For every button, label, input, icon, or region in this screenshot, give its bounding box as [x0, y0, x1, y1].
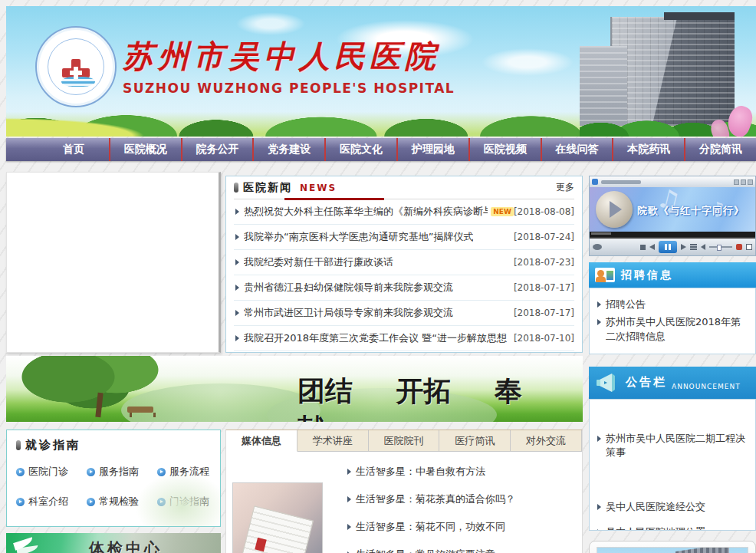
media-article-link[interactable]: 生活智多星：中暑自救有方法: [346, 458, 574, 486]
guide-link-outpatient-guide[interactable]: 门诊指南: [157, 495, 220, 509]
bench-decor: [127, 407, 153, 413]
hospital-name-en: SUZHOU WUZHONG PEOPLE'S HOSPITAL: [123, 81, 455, 96]
video-player: ♫ ♪ ♪ 院歌《与红十字同行》: [589, 176, 756, 256]
nav-item-overview[interactable]: 医院概况: [109, 138, 181, 161]
nav-item-party-building[interactable]: 党务建设: [252, 138, 324, 161]
media-article-link[interactable]: 生活智多星：菊花茶真的适合你吗？: [346, 486, 574, 513]
left-main-column: 医院新闻 NEWS 更多 热烈祝贺大外科主任陈革华主编的《新编外科疾病诊断与治 …: [6, 172, 583, 553]
hospital-intro-card[interactable]: 医院简介: [589, 541, 756, 553]
news-link[interactable]: 我院纪委对新任干部进行廉政谈话: [244, 255, 393, 269]
top-row: 医院新闻 NEWS 更多 热烈祝贺大外科主任陈革华主编的《新编外科疾病诊断与治 …: [6, 172, 583, 353]
guide-link-health-checkup[interactable]: 健康体检: [16, 525, 87, 527]
playlist-icon[interactable]: [690, 244, 697, 250]
minimize-icon[interactable]: [734, 179, 739, 185]
announcement-subtitle: ANNOUNCEMENT: [672, 383, 741, 390]
guide-link-outpatient[interactable]: 医院门诊: [16, 465, 87, 479]
news-title-en: NEWS: [300, 183, 337, 193]
checkup-center-banner[interactable]: 体检中心: [6, 533, 221, 553]
nav-item-pharmacy-news[interactable]: 本院药讯: [612, 138, 684, 161]
grass-decor: [6, 117, 236, 137]
player-app-icon: [592, 179, 598, 185]
arrow-bullet-icon: [347, 469, 351, 475]
hospital-logo-emblem: [48, 38, 104, 95]
guide-panel-header: 就诊指南: [16, 438, 220, 453]
player-screen[interactable]: ♫ ♪ ♪ 院歌《与红十字同行》: [590, 187, 755, 232]
megaphone-icon: [595, 373, 618, 393]
record-icon[interactable]: [736, 244, 742, 250]
arrow-bullet-icon: [597, 301, 601, 308]
guide-link-inpatient-guide[interactable]: 住院指南: [87, 525, 157, 527]
announcement-link[interactable]: 苏州市吴中人民医院二期工程决策事: [596, 432, 749, 461]
tab-media-info[interactable]: 媒体信息: [226, 430, 297, 452]
close-icon[interactable]: [748, 179, 753, 185]
player-mode-icon[interactable]: [593, 244, 602, 250]
guide-link-label: 医院门诊: [28, 465, 68, 479]
media-article-link[interactable]: 生活智多星：常见旅游病要注意: [346, 541, 574, 553]
news-item: 我院举办“南京医科大学医患沟通研究基地”揭牌仪式 [2018-07-24]: [234, 225, 574, 250]
volume-slider[interactable]: [709, 246, 732, 248]
fullscreen-icon[interactable]: [746, 244, 752, 250]
news-link[interactable]: 我院召开2018年度第三次党委工作会议 暨“进一步解放思想: [244, 331, 507, 345]
previous-icon[interactable]: [649, 244, 655, 250]
nav-item-branch-news[interactable]: 分院简讯: [684, 138, 756, 161]
announcement-link[interactable]: 吴中人民医院途经公交: [596, 500, 749, 515]
recruit-panel: 招聘公告 苏州市吴中人民医院2018年第二次招聘信息: [589, 288, 756, 354]
guide-link-departments[interactable]: 科室介绍: [16, 495, 87, 509]
tab-medical-briefs[interactable]: 医疗简讯: [439, 430, 511, 451]
arrow-bullet-icon: [235, 209, 239, 215]
announcement-link[interactable]: 吴中人民医院地理位置: [596, 525, 749, 530]
slogan-banner: 团结 开拓 奉献: [6, 356, 583, 422]
recruit-link[interactable]: 招聘公告: [596, 298, 749, 312]
guide-link-service-flow[interactable]: 服务流程: [157, 465, 220, 479]
nav-item-public-affairs[interactable]: 院务公开: [181, 138, 253, 161]
volume-icon[interactable]: [701, 244, 705, 250]
hospital-intro-image: 医院简介: [597, 547, 748, 553]
nav-item-nursing[interactable]: 护理园地: [396, 138, 468, 161]
news-link[interactable]: 我院举办“南京医科大学医患沟通研究基地”揭牌仪式: [244, 230, 473, 244]
guide-link-label: 健康体检: [28, 525, 68, 527]
play-button[interactable]: [596, 191, 633, 228]
guide-link-label: 常规检验: [99, 495, 139, 509]
hospital-name-cn: 苏州市吴中人民医院: [123, 35, 455, 77]
slogan-word: 团结: [297, 374, 353, 407]
arrow-bullet-icon: [597, 504, 601, 510]
guide-link-service-guide[interactable]: 服务指南: [87, 465, 157, 479]
swoosh-logo-icon: [14, 537, 40, 553]
circle-arrow-icon: [87, 468, 95, 476]
guide-link-label: 急诊指南: [169, 525, 209, 527]
nav-item-videos[interactable]: 医院视频: [468, 138, 541, 161]
guide-link-routine-tests[interactable]: 常规检验: [87, 495, 157, 509]
tab-external-exchange[interactable]: 对外交流: [511, 430, 582, 451]
guide-link-emergency-guide[interactable]: 急诊指南: [157, 525, 220, 527]
recruit-link[interactable]: 苏州市吴中人民医院2018年第二次招聘信息: [596, 315, 749, 344]
player-progress-bar[interactable]: [590, 232, 755, 239]
news-link[interactable]: 贵州省德江县妇幼保健院领导前来我院参观交流: [244, 281, 453, 295]
tab-hospital-journal[interactable]: 医院院刊: [369, 430, 440, 451]
media-article-link[interactable]: 生活智多星：菊花不同，功效不同: [346, 513, 574, 541]
arrow-bullet-icon: [347, 524, 351, 530]
nav-item-home[interactable]: 首页: [38, 138, 109, 161]
announcement-panel: 苏州市吴中人民医院二期工程决策事 吴中人民医院途经公交 吴中人民医院地理位置: [589, 399, 756, 531]
announcement-title: 公告栏: [626, 375, 667, 390]
pause-button[interactable]: [659, 241, 677, 253]
site-header: 苏州市吴中人民医院 SUZHOU WUZHONG PEOPLE'S HOSPIT…: [6, 6, 756, 137]
maximize-icon[interactable]: [741, 179, 746, 185]
news-link[interactable]: 热烈祝贺大外科主任陈革华主编的《新编外科疾病诊断与治: [244, 205, 488, 219]
slideshow[interactable]: [6, 172, 221, 353]
stop-icon[interactable]: [640, 245, 646, 250]
media-article-label: 生活智多星：常见旅游病要注意: [356, 548, 495, 553]
next-icon[interactable]: [681, 244, 686, 250]
tab-academic-lectures[interactable]: 学术讲座: [297, 430, 369, 451]
recruit-photo-icon: [595, 268, 615, 282]
arrow-bullet-icon: [235, 259, 239, 265]
media-article-photo: [232, 482, 323, 553]
news-date: [2018-07-23]: [514, 257, 574, 268]
circle-arrow-icon: [16, 468, 25, 476]
nav-item-qa[interactable]: 在线问答: [541, 138, 613, 161]
news-more-link[interactable]: 更多: [556, 181, 574, 194]
news-link[interactable]: 常州市武进区卫计局领导专家前来我院参观交流: [244, 306, 453, 320]
media-info-panel: 媒体信息 学术讲座 医院院刊 医疗简讯 对外交流 生活智多星：中暑自救有方法 生…: [225, 430, 583, 553]
nav-item-culture[interactable]: 医院文化: [324, 138, 396, 161]
recruit-header: 招聘信息: [589, 262, 756, 288]
new-badge: NEW: [491, 207, 514, 216]
